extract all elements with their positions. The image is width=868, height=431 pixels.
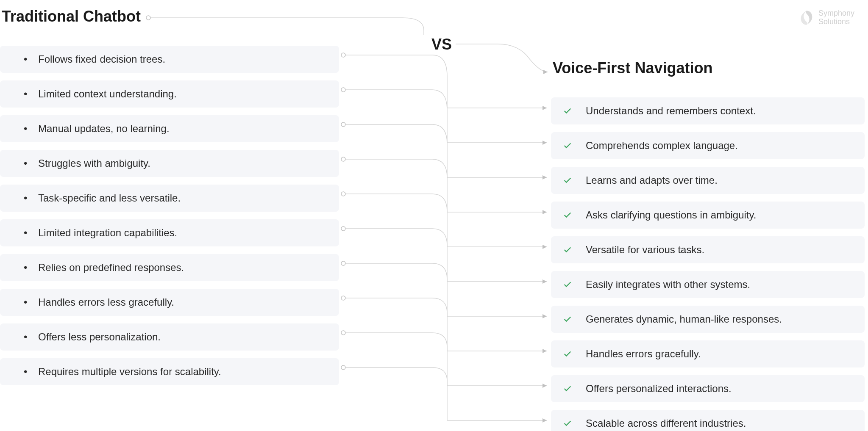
item-text: Offers less personalization. <box>38 331 161 343</box>
item-text: Comprehends complex language. <box>586 140 738 152</box>
logo-text-1: Symphony <box>818 9 854 18</box>
brand-logo: Symphony Solutions <box>798 9 854 26</box>
svg-marker-19 <box>542 384 547 388</box>
list-item: Asks clarifying questions in ambiguity. <box>551 202 865 229</box>
svg-marker-17 <box>542 349 547 353</box>
left-column: Traditional Chatbot Follows fixed decisi… <box>0 0 339 393</box>
check-icon <box>563 106 572 116</box>
item-text: Learns and adapts over time. <box>586 174 718 186</box>
item-text: Follows fixed decision trees. <box>38 53 165 65</box>
list-item: Follows fixed decision trees. <box>0 46 339 73</box>
svg-marker-7 <box>542 175 547 180</box>
item-text: Struggles with ambiguity. <box>38 157 150 169</box>
svg-point-20 <box>341 365 345 370</box>
list-item: Comprehends complex language. <box>551 132 865 159</box>
item-text: Offers personalized interactions. <box>586 383 732 395</box>
right-title: Voice-First Navigation <box>551 59 865 77</box>
list-item: Easily integrates with other systems. <box>551 271 865 298</box>
svg-marker-13 <box>542 279 547 284</box>
item-text: Task-specific and less versatile. <box>38 192 181 204</box>
svg-point-10 <box>341 192 345 196</box>
vs-label: VS <box>431 36 452 53</box>
item-text: Relies on predefined responses. <box>38 262 184 274</box>
item-text: Asks clarifying questions in ambiguity. <box>586 209 756 221</box>
list-item: Handles errors gracefully. <box>551 340 865 367</box>
list-item: Struggles with ambiguity. <box>0 150 339 177</box>
check-icon <box>563 384 572 393</box>
item-text: Easily integrates with other systems. <box>586 279 750 290</box>
check-icon <box>563 349 572 359</box>
list-item: Offers less personalization. <box>0 323 339 351</box>
item-text: Limited integration capabilities. <box>38 227 177 239</box>
check-icon <box>563 280 572 289</box>
right-column: Voice-First Navigation Understands and r… <box>551 59 865 431</box>
list-item: Manual updates, no learning. <box>0 115 339 142</box>
svg-marker-21 <box>542 418 547 423</box>
item-text: Understands and remembers context. <box>586 105 756 117</box>
svg-point-2 <box>341 53 345 57</box>
check-icon <box>563 419 572 428</box>
list-item: Limited context understanding. <box>0 80 339 108</box>
svg-marker-9 <box>542 210 547 214</box>
check-icon <box>563 141 572 150</box>
logo-text-2: Solutions <box>818 18 854 26</box>
svg-marker-11 <box>542 245 547 249</box>
left-title: Traditional Chatbot <box>0 8 339 25</box>
item-text: Versatile for various tasks. <box>586 244 704 256</box>
svg-marker-3 <box>542 106 547 110</box>
check-icon <box>563 176 572 185</box>
check-icon <box>563 315 572 324</box>
list-item: Limited integration capabilities. <box>0 219 339 246</box>
logo-icon <box>798 9 815 26</box>
svg-point-6 <box>341 122 345 127</box>
svg-point-8 <box>341 157 345 161</box>
svg-point-16 <box>341 296 345 300</box>
item-text: Handles errors gracefully. <box>586 348 701 360</box>
item-text: Manual updates, no learning. <box>38 123 170 135</box>
list-item: Requires multiple versions for scalabili… <box>0 358 339 385</box>
check-icon <box>563 210 572 220</box>
item-text: Generates dynamic, human-like responses. <box>586 313 782 325</box>
svg-point-4 <box>341 88 345 92</box>
list-item: Offers personalized interactions. <box>551 375 865 402</box>
svg-marker-15 <box>542 314 547 318</box>
list-item: Handles errors less gracefully. <box>0 289 339 316</box>
list-item: Relies on predefined responses. <box>0 254 339 281</box>
list-item: Versatile for various tasks. <box>551 236 865 263</box>
svg-point-14 <box>341 261 345 265</box>
list-item: Understands and remembers context. <box>551 97 865 124</box>
svg-marker-1 <box>543 70 548 74</box>
list-item: Generates dynamic, human-like responses. <box>551 306 865 333</box>
list-item: Learns and adapts over time. <box>551 167 865 194</box>
item-text: Scalable across different industries. <box>586 417 746 429</box>
item-text: Requires multiple versions for scalabili… <box>38 366 221 378</box>
list-item: Task-specific and less versatile. <box>0 185 339 212</box>
check-icon <box>563 245 572 254</box>
item-text: Limited context understanding. <box>38 88 177 100</box>
item-text: Handles errors less gracefully. <box>38 296 174 308</box>
svg-point-18 <box>341 331 345 335</box>
svg-marker-5 <box>542 141 547 145</box>
svg-point-12 <box>341 227 345 231</box>
list-item: Scalable across different industries. <box>551 410 865 431</box>
